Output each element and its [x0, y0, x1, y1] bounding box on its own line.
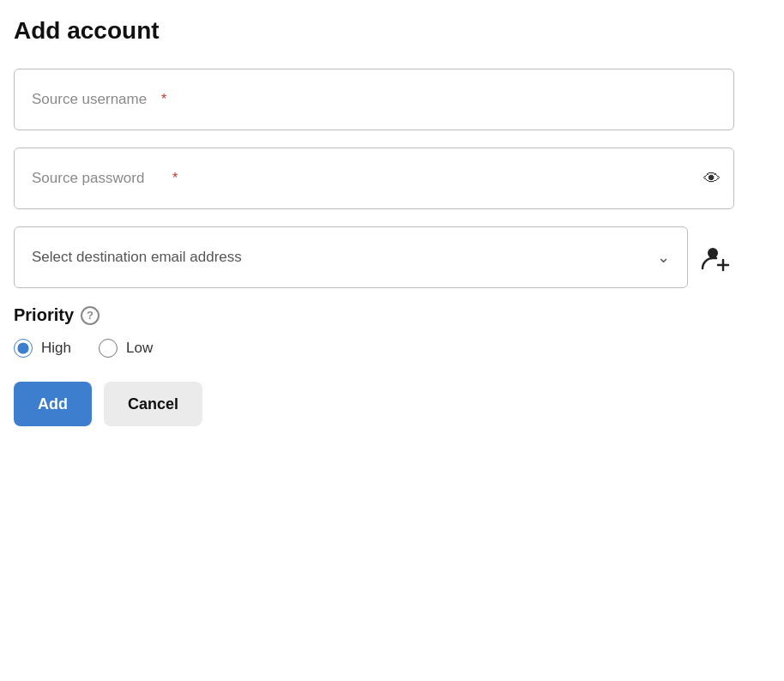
priority-high-radio[interactable]	[14, 339, 33, 358]
add-button[interactable]: Add	[14, 382, 92, 426]
toggle-password-icon[interactable]: 👁	[703, 169, 721, 189]
priority-label-row: Priority ?	[14, 305, 734, 325]
priority-radio-group: High Low	[14, 339, 734, 358]
username-field-row: *	[14, 69, 734, 130]
password-field-row: * 👁	[14, 148, 734, 209]
priority-high-option[interactable]: High	[14, 339, 71, 358]
chevron-down-icon: ⌄	[657, 248, 670, 267]
add-user-icon	[701, 243, 730, 272]
priority-low-label: Low	[126, 340, 153, 357]
password-input[interactable]	[14, 148, 734, 209]
username-input[interactable]	[14, 69, 734, 130]
priority-low-radio[interactable]	[99, 339, 118, 358]
priority-section: Priority ? High Low	[14, 305, 734, 358]
button-row: Add Cancel	[14, 382, 734, 426]
add-account-form: * * 👁 Select destination email address ⌄	[14, 69, 734, 426]
destination-select-button[interactable]: Select destination email address ⌄	[14, 226, 688, 288]
add-user-button[interactable]	[697, 238, 734, 276]
destination-select-wrapper: Select destination email address ⌄	[14, 226, 688, 288]
cancel-button[interactable]: Cancel	[104, 382, 202, 426]
priority-help-icon[interactable]: ?	[81, 306, 100, 325]
page-title: Add account	[14, 17, 770, 45]
priority-high-label: High	[41, 340, 71, 357]
priority-low-option[interactable]: Low	[99, 339, 153, 358]
svg-point-0	[708, 248, 718, 258]
priority-label: Priority	[14, 305, 74, 325]
destination-select-label: Select destination email address	[32, 249, 242, 266]
destination-field-row: Select destination email address ⌄	[14, 226, 734, 288]
